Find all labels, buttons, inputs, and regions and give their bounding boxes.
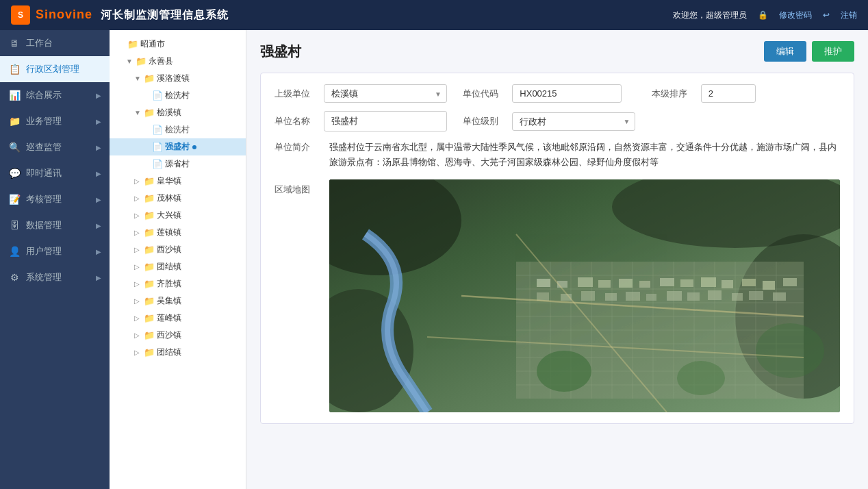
welcome-text: 欢迎您，超级管理员 xyxy=(673,10,747,21)
unit-level-label: 单位级别 xyxy=(463,115,512,127)
tree-item-xisha2[interactable]: ▷ 📁 西沙镇 xyxy=(110,327,246,344)
toggle-icon-maolin: ▷ xyxy=(134,195,144,202)
tree-item-wuji[interactable]: ▷ 📁 吴集镇 xyxy=(110,292,246,310)
tree-item-qiangsheng[interactable]: 📄 强盛村 xyxy=(110,138,246,155)
tree-item-huixi[interactable]: 📄 桧洗村 xyxy=(110,87,246,104)
sidebar-item-instant-comm[interactable]: 💬 即时通讯 ▶ xyxy=(0,160,110,186)
toggle-icon-lianzhen: ▷ xyxy=(134,229,144,236)
tree-item-yuansheng[interactable]: 📄 源省村 xyxy=(110,155,246,173)
logout-icon: ↩ xyxy=(823,10,830,20)
user-icon: 👤 xyxy=(8,246,21,257)
tree-label-tuanjie1: 团结镇 xyxy=(157,261,181,273)
tree-item-yongshan[interactable]: ▼ 📁 永善县 xyxy=(110,53,246,70)
sidebar-item-user[interactable]: 👤 用户管理 ▶ xyxy=(0,238,110,264)
unit-level-field: 单位级别 行政村 ▼ xyxy=(463,112,651,131)
unit-level-select[interactable]: 行政村 xyxy=(512,112,635,131)
patrol-icon: 🔍 xyxy=(8,142,21,153)
svg-rect-39 xyxy=(763,281,775,290)
superior-unit-label: 上级单位 xyxy=(275,88,324,100)
tree-item-tuanjie2[interactable]: ▷ 📁 团结镇 xyxy=(110,344,246,361)
superior-unit-select[interactable]: 桧溪镇 xyxy=(324,84,447,103)
logo-text: Sinovine 河长制监测管理信息系统 xyxy=(36,8,229,23)
admin-region-icon: 📋 xyxy=(8,64,21,75)
svg-rect-30 xyxy=(578,277,593,287)
header-right: 欢迎您，超级管理员 🔒 修改密码 ↩ 注销 xyxy=(673,10,857,21)
tree-label-qisheng: 齐胜镇 xyxy=(157,278,181,290)
instant-comm-icon: 💬 xyxy=(8,168,21,179)
tree-item-daxing[interactable]: ▷ 📁 大兴镇 xyxy=(110,207,246,224)
svg-rect-28 xyxy=(537,279,550,287)
tree-label-daxing: 大兴镇 xyxy=(157,210,181,221)
tree-item-huixi-town[interactable]: ▼ 📁 桧溪镇 xyxy=(110,104,246,121)
svg-rect-46 xyxy=(646,294,656,301)
sidebar-label-user: 用户管理 xyxy=(26,245,62,258)
unit-level-select-wrapper: 行政村 ▼ xyxy=(512,112,635,131)
sidebar-item-admin-region[interactable]: 📋 行政区划管理 xyxy=(0,56,110,82)
toggle-icon-xisha1: ▷ xyxy=(134,246,144,253)
chevron-right-icon-user: ▶ xyxy=(96,248,101,255)
tree-item-xiluo[interactable]: ▼ 📁 溪洛渡镇 xyxy=(110,70,246,87)
tree-label-xiluo: 溪洛渡镇 xyxy=(157,73,190,84)
tree-item-tuanjie1[interactable]: ▷ 📁 团结镇 xyxy=(110,258,246,275)
toggle-icon-huixi-town: ▼ xyxy=(134,109,144,116)
svg-rect-36 xyxy=(701,277,716,287)
sidebar-item-exam[interactable]: 📝 考核管理 ▶ xyxy=(0,186,110,212)
sidebar-item-comprehensive[interactable]: 📊 综合展示 ▶ xyxy=(0,82,110,108)
edit-button[interactable]: 编辑 xyxy=(764,41,806,62)
description-row: 单位简介 强盛村位于云南省东北型，属中温带大陆性季风气候，该地毗邻原沿阔，自然资… xyxy=(275,140,840,170)
tree-label-huanghua: 皇华镇 xyxy=(157,175,181,187)
toggle-icon-tuanjie2: ▷ xyxy=(134,349,144,356)
description-content: 强盛村位于云南省东北型，属中温带大陆性季风气候，该地毗邻原沿阔，自然资源丰富，交… xyxy=(329,140,840,170)
sidebar-item-system[interactable]: ⚙ 系统管理 ▶ xyxy=(0,264,110,290)
sidebar-label-admin-region: 行政区划管理 xyxy=(26,63,79,75)
chevron-right-icon-comm: ▶ xyxy=(96,170,101,177)
business-icon: 📁 xyxy=(8,116,21,127)
sidebar-item-patrol[interactable]: 🔍 巡查监管 ▶ xyxy=(0,134,110,160)
unit-name-value: 强盛村 xyxy=(324,111,447,131)
folder-icon-tuanjie2: 📁 xyxy=(144,347,155,358)
svg-rect-48 xyxy=(687,292,700,301)
logo: S Sinovine 河长制监测管理信息系统 xyxy=(11,5,229,25)
maintain-button[interactable]: 推护 xyxy=(812,41,854,62)
sidebar-label-system: 系统管理 xyxy=(26,271,62,284)
tree-item-qisheng[interactable]: ▷ 📁 齐胜镇 xyxy=(110,275,246,292)
sort-value: 2 xyxy=(701,84,756,103)
tree-panel: 📁 昭通市 ▼ 📁 永善县 ▼ 📁 溪洛渡镇 📄 桧洗村 ▼ 📁 桧溪镇 xyxy=(110,30,246,489)
unit-code-label: 单位代码 xyxy=(463,88,512,100)
workbench-icon: 🖥 xyxy=(8,38,21,49)
tree-item-huixi-v2[interactable]: 📄 桧洗村 xyxy=(110,121,246,138)
tree-label-xisha2: 西沙镇 xyxy=(157,329,181,341)
tree-label-zhaotong: 昭通市 xyxy=(140,38,165,50)
folder-icon-huixi-town: 📁 xyxy=(144,108,155,118)
tree-item-huanghua[interactable]: ▷ 📁 皇华镇 xyxy=(110,173,246,190)
tree-item-xisha1[interactable]: ▷ 📁 西沙镇 xyxy=(110,241,246,258)
comprehensive-icon: 📊 xyxy=(8,90,21,101)
svg-rect-35 xyxy=(680,279,693,287)
content-header: 强盛村 编辑 推护 xyxy=(260,41,854,62)
sidebar-label-data: 数据管理 xyxy=(26,219,62,231)
tree-item-lianzhen[interactable]: ▷ 📁 莲镇镇 xyxy=(110,224,246,241)
sidebar-label-exam: 考核管理 xyxy=(26,193,62,205)
data-icon: 🗄 xyxy=(8,220,21,231)
modify-password-link[interactable]: 修改密码 xyxy=(779,10,812,21)
toggle-icon-daxing: ▷ xyxy=(134,212,144,219)
tree-label-huixi-v2: 桧洗村 xyxy=(165,124,190,136)
sidebar-item-workbench[interactable]: 🖥 工作台 xyxy=(0,30,110,56)
map-container xyxy=(329,179,840,412)
svg-rect-31 xyxy=(598,280,611,288)
folder-icon-xiluo: 📁 xyxy=(144,73,155,84)
tree-label-maolin: 茂林镇 xyxy=(157,192,181,204)
folder-icon-lianfeng: 📁 xyxy=(144,313,155,323)
sidebar-label-patrol: 巡查监管 xyxy=(26,141,62,153)
toggle-icon-xisha2: ▷ xyxy=(134,331,144,339)
logout-link[interactable]: 注销 xyxy=(841,10,857,21)
svg-rect-33 xyxy=(639,281,650,288)
sidebar-label-comprehensive: 综合展示 xyxy=(26,89,62,101)
tree-item-lianfeng[interactable]: ▷ 📁 莲峰镇 xyxy=(110,310,246,327)
tree-label-huixi-town: 桧溪镇 xyxy=(157,107,181,118)
tree-item-maolin[interactable]: ▷ 📁 茂林镇 xyxy=(110,190,246,207)
tree-label-xisha1: 西沙镇 xyxy=(157,244,181,255)
sidebar-item-business[interactable]: 📁 业务管理 ▶ xyxy=(0,108,110,134)
tree-item-zhaotong[interactable]: 📁 昭通市 xyxy=(110,36,246,53)
sidebar-item-data[interactable]: 🗄 数据管理 ▶ xyxy=(0,212,110,238)
